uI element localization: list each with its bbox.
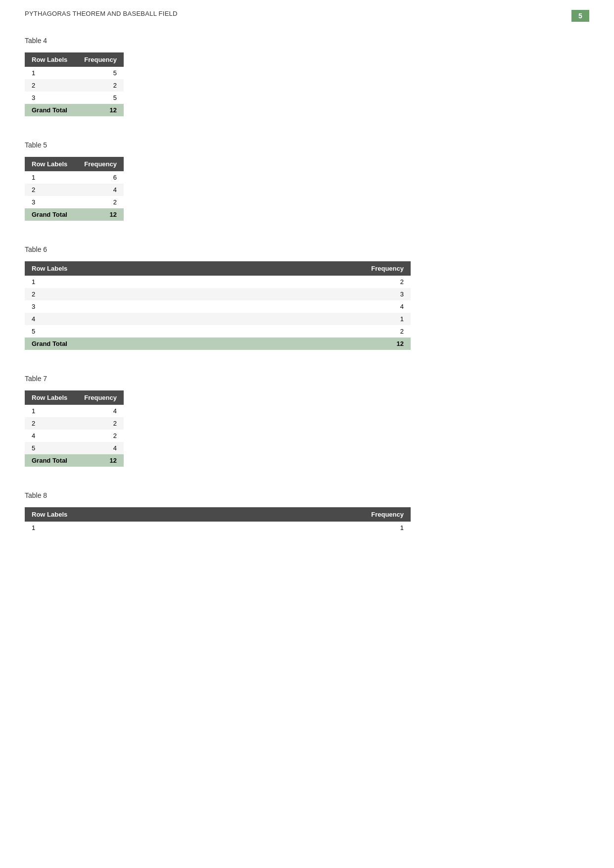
row-frequency: 4 (76, 184, 124, 196)
data-table-table7: Row LabelsFrequency14224254Grand Total12 (25, 390, 124, 467)
column-header-1: Frequency (76, 157, 124, 171)
column-header-0: Row Labels (25, 390, 76, 405)
row-frequency: 2 (76, 417, 124, 430)
table-row: 52 (25, 325, 411, 338)
table-row: 54 (25, 442, 124, 454)
grand-total-value: 12 (114, 338, 411, 350)
grand-total-value: 12 (76, 208, 124, 221)
row-label: 2 (25, 184, 76, 196)
table-row: 23 (25, 288, 411, 300)
row-label: 4 (25, 430, 76, 442)
row-label: 1 (25, 522, 114, 534)
table-row: 35 (25, 92, 124, 104)
row-frequency: 5 (76, 67, 124, 79)
table-row: 14 (25, 405, 124, 417)
column-header-1: Frequency (76, 390, 124, 405)
page-number: 5 (571, 10, 589, 22)
row-label: 1 (25, 67, 76, 79)
row-label: 3 (25, 196, 76, 208)
grand-total-value: 12 (76, 454, 124, 467)
row-frequency: 1 (114, 522, 411, 534)
row-frequency: 2 (114, 276, 411, 288)
row-label: 1 (25, 171, 76, 184)
table-row: 22 (25, 79, 124, 92)
data-table-table4: Row LabelsFrequency152235Grand Total12 (25, 52, 124, 116)
column-header-0: Row Labels (25, 52, 76, 67)
table-label-table4: Table 4 (25, 37, 589, 45)
table-section-table4: Table 4Row LabelsFrequency152235Grand To… (25, 37, 589, 116)
row-frequency: 2 (76, 196, 124, 208)
grand-total-label: Grand Total (25, 208, 76, 221)
table-row: 11 (25, 522, 411, 534)
data-table-table8: Row LabelsFrequency11 (25, 507, 411, 534)
table-row: 12 (25, 276, 411, 288)
grand-total-label: Grand Total (25, 104, 76, 116)
row-label: 2 (25, 417, 76, 430)
row-label: 3 (25, 92, 76, 104)
row-label: 1 (25, 405, 76, 417)
page-title: PYTHAGORAS THEOREM AND BASEBALL FIELD (25, 10, 178, 17)
table-section-table5: Table 5Row LabelsFrequency162432Grand To… (25, 141, 589, 221)
table-section-table6: Table 6Row LabelsFrequency1223344152Gran… (25, 245, 589, 350)
page-header: PYTHAGORAS THEOREM AND BASEBALL FIELD 5 (25, 10, 589, 22)
column-header-1: Frequency (114, 261, 411, 276)
table-row: 41 (25, 313, 411, 325)
column-header-0: Row Labels (25, 507, 114, 522)
row-label: 5 (25, 442, 76, 454)
row-label: 2 (25, 79, 76, 92)
table-row: 34 (25, 300, 411, 313)
table-section-table7: Table 7Row LabelsFrequency14224254Grand … (25, 375, 589, 467)
column-header-1: Frequency (76, 52, 124, 67)
table-row: 42 (25, 430, 124, 442)
table-label-table6: Table 6 (25, 245, 589, 253)
row-frequency: 4 (76, 442, 124, 454)
column-header-0: Row Labels (25, 261, 114, 276)
grand-total-row: Grand Total12 (25, 208, 124, 221)
row-frequency: 2 (76, 79, 124, 92)
row-label: 5 (25, 325, 114, 338)
row-frequency: 2 (76, 430, 124, 442)
grand-total-row: Grand Total12 (25, 338, 411, 350)
row-label: 3 (25, 300, 114, 313)
column-header-1: Frequency (114, 507, 411, 522)
data-table-table5: Row LabelsFrequency162432Grand Total12 (25, 157, 124, 221)
column-header-0: Row Labels (25, 157, 76, 171)
grand-total-label: Grand Total (25, 338, 114, 350)
row-frequency: 4 (76, 405, 124, 417)
row-frequency: 2 (114, 325, 411, 338)
row-label: 2 (25, 288, 114, 300)
grand-total-value: 12 (76, 104, 124, 116)
grand-total-row: Grand Total12 (25, 454, 124, 467)
tables-container: Table 4Row LabelsFrequency152235Grand To… (25, 37, 589, 534)
table-label-table8: Table 8 (25, 491, 589, 499)
row-frequency: 4 (114, 300, 411, 313)
table-row: 22 (25, 417, 124, 430)
table-section-table8: Table 8Row LabelsFrequency11 (25, 491, 589, 534)
table-label-table7: Table 7 (25, 375, 589, 383)
grand-total-row: Grand Total12 (25, 104, 124, 116)
table-row: 32 (25, 196, 124, 208)
row-label: 1 (25, 276, 114, 288)
data-table-table6: Row LabelsFrequency1223344152Grand Total… (25, 261, 411, 350)
grand-total-label: Grand Total (25, 454, 76, 467)
table-row: 24 (25, 184, 124, 196)
row-frequency: 6 (76, 171, 124, 184)
row-frequency: 3 (114, 288, 411, 300)
table-row: 15 (25, 67, 124, 79)
row-frequency: 5 (76, 92, 124, 104)
table-row: 16 (25, 171, 124, 184)
table-label-table5: Table 5 (25, 141, 589, 149)
row-label: 4 (25, 313, 114, 325)
row-frequency: 1 (114, 313, 411, 325)
